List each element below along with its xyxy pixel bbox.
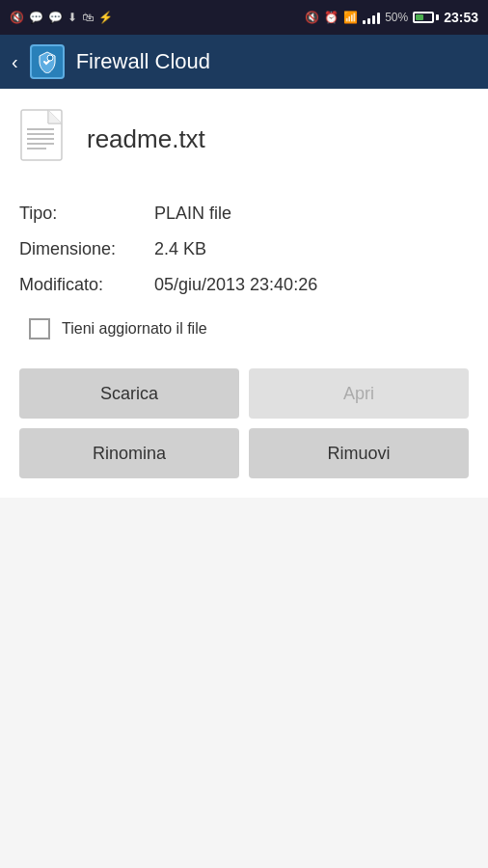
status-bar: 🔇 💬 💬 ⬇ 🛍 ⚡ 🔇 ⏰ 📶 50% 23:53 xyxy=(0,0,488,35)
apri-button: Apri xyxy=(249,368,469,419)
scarica-button[interactable]: Scarica xyxy=(19,368,239,419)
keep-updated-checkbox[interactable] xyxy=(29,318,50,339)
status-bar-right: 🔇 ⏰ 📶 50% 23:53 xyxy=(305,10,478,25)
rimuovi-button[interactable]: Rimuovi xyxy=(249,428,469,478)
mute-icon: 🔇 xyxy=(305,11,319,24)
tipo-value: PLAIN file xyxy=(154,203,231,224)
lightning-icon: ⚡ xyxy=(98,11,113,24)
checkbox-row[interactable]: Tieni aggiornato il file xyxy=(19,318,469,339)
store-icon: 🛍 xyxy=(82,11,94,24)
battery-tip xyxy=(436,14,439,20)
time-display: 23:53 xyxy=(444,10,478,25)
app-icon xyxy=(30,44,65,79)
download-icon: ⬇ xyxy=(68,11,77,24)
signal-bar-2 xyxy=(367,18,370,24)
message-icon: 💬 xyxy=(48,11,63,24)
status-bar-left: 🔇 💬 💬 ⬇ 🛍 ⚡ xyxy=(10,11,113,24)
file-header: readme.txt xyxy=(19,108,469,180)
dimensione-row: Dimensione: 2.4 KB xyxy=(19,239,469,259)
rinomina-button[interactable]: Rinomina xyxy=(19,428,239,478)
silent-icon: 🔇 xyxy=(10,11,24,24)
back-button[interactable]: ‹ xyxy=(12,51,18,73)
main-content: readme.txt Tipo: PLAIN file Dimensione: … xyxy=(0,89,488,498)
buttons-grid: Scarica Apri Rinomina Rimuovi xyxy=(19,368,469,478)
signal-bar-1 xyxy=(363,20,366,24)
firewall-cloud-icon xyxy=(36,50,59,73)
app-title: Firewall Cloud xyxy=(76,49,210,74)
signal-icon xyxy=(363,11,380,24)
battery-fill xyxy=(416,14,423,20)
signal-bar-4 xyxy=(377,13,380,24)
battery-icon xyxy=(413,12,439,23)
battery-percent-label: 50% xyxy=(385,11,408,24)
dimensione-value: 2.4 KB xyxy=(154,239,206,259)
dimensione-label: Dimensione: xyxy=(19,239,154,259)
wifi-icon: 📶 xyxy=(343,11,358,24)
txt-file-icon xyxy=(19,108,72,171)
svg-point-0 xyxy=(47,55,53,61)
alarm-icon: ⏰ xyxy=(324,11,339,24)
keep-updated-label: Tieni aggiornato il file xyxy=(62,320,207,338)
modificato-label: Modificato: xyxy=(19,275,154,295)
file-icon xyxy=(19,108,72,171)
file-info: Tipo: PLAIN file Dimensione: 2.4 KB Modi… xyxy=(19,203,469,295)
hangouts-icon: 💬 xyxy=(29,11,43,24)
modificato-row: Modificato: 05/giu/2013 23:40:26 xyxy=(19,275,469,295)
tipo-row: Tipo: PLAIN file xyxy=(19,203,469,224)
tipo-label: Tipo: xyxy=(19,203,154,224)
signal-bar-3 xyxy=(372,15,375,24)
app-bar: ‹ Firewall Cloud xyxy=(0,35,488,89)
modificato-value: 05/giu/2013 23:40:26 xyxy=(154,275,317,295)
file-name: readme.txt xyxy=(87,124,205,154)
